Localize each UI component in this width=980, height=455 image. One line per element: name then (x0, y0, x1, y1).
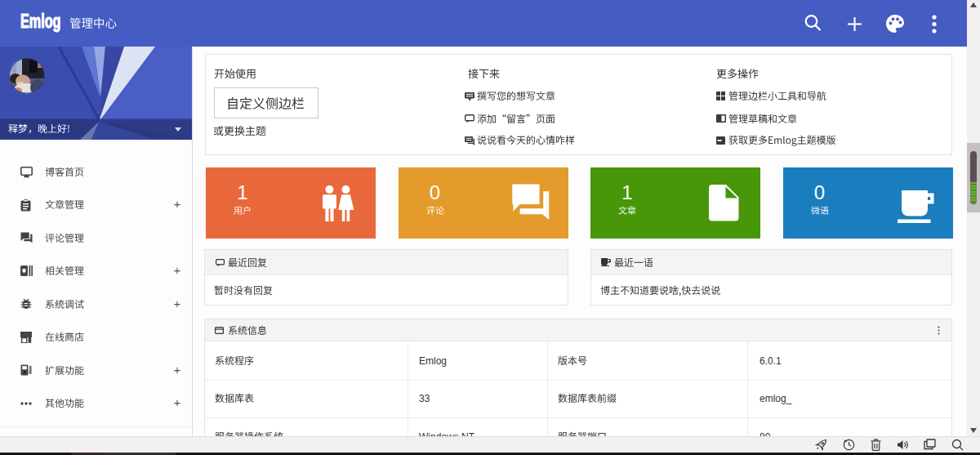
svg-text:Emlog: Emlog (20, 10, 60, 32)
